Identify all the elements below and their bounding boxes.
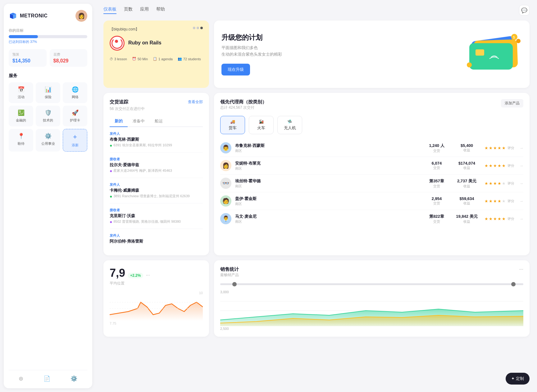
service-finance[interactable]: 💹 金融的 — [9, 106, 33, 126]
agent-info: 安妮特·布莱克 南区 — [235, 161, 421, 171]
slider-handle-right[interactable] — [511, 282, 516, 286]
nav-pages[interactable]: 页数 — [124, 7, 133, 14]
service-tech[interactable]: 🛡️ 技术的 — [36, 106, 60, 126]
avg-more-button[interactable]: ··· — [146, 272, 150, 278]
agent-revenue: $174,074 收益 — [453, 161, 481, 170]
service-wait[interactable]: 📍 盼待 — [9, 129, 33, 152]
services-grid: 📅 活动 📊 保险 🌐 网络 💹 金融的 🛡️ 技术的 🚀 护理卡 📍 盼待 — [9, 82, 87, 152]
agent-transactions: 2,954 交货 — [424, 196, 449, 206]
tab-drone[interactable]: 🛸 无人机 — [277, 116, 302, 134]
chat-icon[interactable]: 💬 — [519, 5, 530, 16]
svg-text:$: $ — [513, 36, 515, 39]
expense-value: $8,029 — [53, 58, 84, 64]
transactions-label: 交货 — [424, 219, 449, 224]
star-1: ★ — [485, 199, 488, 203]
upgrade-left: 升级您的计划 平面描图和我们多色 生动的未混合紫色头发女士的精彩 现在升级 — [221, 33, 282, 76]
view-all-link[interactable]: 查看全部 — [188, 99, 203, 105]
service-activity[interactable]: 📅 活动 — [9, 82, 33, 103]
layers-icon[interactable]: ⊛ — [19, 375, 23, 382]
service-add[interactable]: + 添新 — [63, 129, 87, 152]
service-public[interactable]: ⚙️ 公用事业 — [36, 129, 60, 152]
agent-avatar: 👨‍💼 — [220, 213, 231, 224]
star-2: ★ — [489, 146, 493, 150]
add-product-button[interactable]: 添加产品 — [501, 99, 523, 107]
customize-button[interactable]: ✦ 定制 — [506, 373, 530, 385]
transactions-label: 交货 — [424, 166, 449, 170]
agent-transactions: 第822章 交货 — [424, 214, 449, 224]
chart-y-label-10: 10 — [110, 291, 203, 295]
progress-bar-fill — [9, 35, 38, 38]
service-label: 技术的 — [43, 118, 53, 123]
agent-rating: ★★★★★ 评分 — [485, 199, 516, 203]
tab-preparing[interactable]: 准备中 — [128, 116, 150, 127]
star-3: ★ — [493, 217, 497, 221]
revenue-value: $5,400 — [453, 143, 481, 148]
document-icon[interactable]: 📄 — [43, 375, 50, 382]
duration-icon: ⏰ — [132, 57, 136, 61]
star-5: ★ — [502, 181, 506, 186]
sales-title: 销售统计 — [220, 267, 239, 272]
tab-shipping[interactable]: 船运 — [150, 116, 168, 127]
rails-logo-ring — [111, 38, 123, 49]
sales-title-group: 销售统计 最畅销产品 — [220, 267, 239, 282]
sidebar-header: METRONIC 👩 — [9, 10, 87, 22]
top-row: 【biqubiqu.com】 Ruby on Rails ⏱ — [103, 21, 530, 88]
settings-icon[interactable]: ⚙️ — [71, 375, 77, 382]
upgrade-button[interactable]: 现在升级 — [221, 64, 250, 75]
sales-subtitle: 最畅销产品 — [220, 272, 239, 278]
delivery-card: 交货追踪 查看全部 56 次交付正在进行中 新的 准备中 船运 发件人 布鲁克林… — [103, 93, 209, 255]
agent-arrow[interactable]: → — [519, 163, 523, 168]
agent-arrow[interactable]: → — [519, 217, 523, 221]
tab-new[interactable]: 新的 — [110, 116, 128, 127]
drone-label: 无人机 — [284, 125, 296, 131]
lessons-meta: ⏱ 3 lesson — [110, 57, 127, 61]
finance-icon: 💹 — [18, 109, 25, 116]
agent-transactions: 6,074 交货 — [424, 161, 449, 170]
tab-truck[interactable]: 🚚 货车 — [220, 116, 245, 134]
sales-more-button[interactable]: ··· — [519, 267, 523, 272]
agent-name: 埃丝特·霍华德 — [235, 178, 421, 184]
service-label: 护理卡 — [70, 118, 80, 123]
course-dots — [193, 27, 203, 29]
location-icon: ● — [110, 168, 112, 173]
agent-avatar: 👓 — [220, 178, 231, 189]
sender-label2: 发件人 — [110, 182, 203, 187]
budget-row: 预算 $14,350 花费 $8,029 — [9, 49, 87, 67]
avg-trend: +2.2% — [128, 273, 143, 278]
nav-apps[interactable]: 应用 — [140, 7, 149, 14]
revenue-value: $59,634 — [453, 196, 481, 201]
agent-arrow[interactable]: → — [519, 181, 523, 186]
star-4: ★ — [498, 199, 501, 203]
delivery-item: 发件人 卡梅伦·威廉姆森 ● 3891 Ranchview 理查森博士, 加利福… — [110, 182, 203, 203]
avatar[interactable]: 👩 — [75, 10, 87, 22]
nav-dashboard[interactable]: 仪表板 — [103, 7, 116, 14]
agents-card: 领先代理商（按类别） 总计 424,567 次交付 添加产品 🚚 货车 🚂 火车 — [214, 93, 530, 255]
service-nursing[interactable]: 🚀 护理卡 — [63, 106, 87, 126]
truck-icon: 🚚 — [230, 119, 235, 124]
agent-arrow[interactable]: → — [519, 199, 523, 203]
revenue-value: 2,737 美元 — [453, 178, 481, 184]
budget-value: $14,350 — [12, 58, 43, 64]
avg-chart-svg — [110, 296, 203, 321]
star-4: ★ — [498, 146, 501, 150]
agent-arrow[interactable]: → — [519, 146, 523, 150]
delivery-subtitle: 56 次交付正在进行中 — [110, 106, 203, 112]
service-insurance[interactable]: 📊 保险 — [36, 82, 60, 103]
delivery-title: 交货追踪 — [110, 99, 128, 105]
content-area: 【biqubiqu.com】 Ruby on Rails ⏱ — [96, 18, 537, 392]
sender-addr2: ● 3891 Ranchview 理查森博士, 加利福尼亚州 62639 — [110, 194, 203, 199]
slider-handle-left[interactable] — [232, 282, 237, 286]
agent-row: 👓 埃丝特·霍华德 南区 第357章 交货 2,737 美元 收益 ★★★★ — [220, 175, 523, 192]
transactions-label: 交货 — [424, 184, 449, 189]
main-content: 仪表板 页数 应用 帮助 💬 【biqubiqu.com】 — [96, 0, 537, 392]
service-network[interactable]: 🌐 网络 — [63, 82, 87, 103]
budget-label: 预算 — [12, 52, 43, 57]
nav-help[interactable]: 帮助 — [156, 7, 165, 14]
transactions-value: 第357章 — [424, 178, 449, 184]
upgrade-desc-line1: 平面描图和我们多色 — [221, 45, 258, 50]
tab-train[interactable]: 🚂 火车 — [249, 116, 274, 134]
agent-row: 👨‍💼 马文·麦金尼 南区 第822章 交货 19,842 美元 收益 ★ — [220, 210, 523, 227]
sales-stats-card: 销售统计 最畅销产品 ··· 3,000 — [214, 260, 530, 337]
rating-label: 评分 — [507, 146, 514, 150]
revenue-label: 收益 — [453, 184, 481, 189]
